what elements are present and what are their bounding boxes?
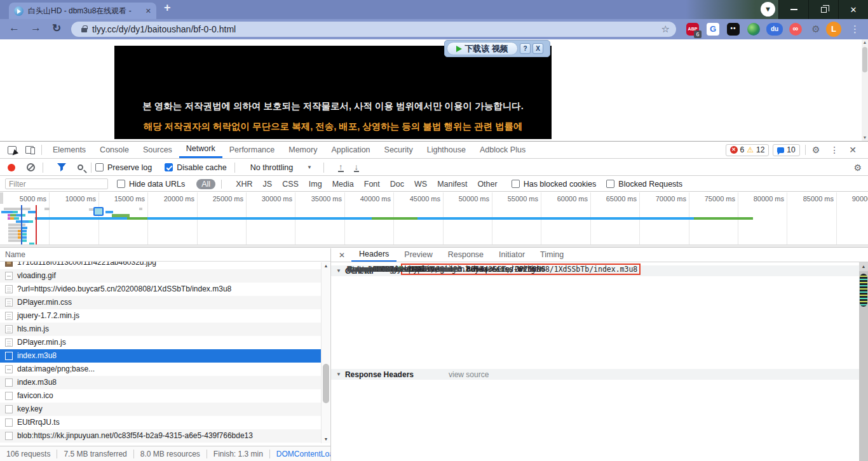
table-row[interactable]: jquery-1.7.2.min.js <box>0 309 321 323</box>
view-source-link[interactable]: view source <box>449 370 489 379</box>
details-tab[interactable]: Preview <box>397 248 440 262</box>
scroll-thumb[interactable] <box>860 274 867 307</box>
devtools-close-icon[interactable]: ✕ <box>849 145 857 155</box>
page-scrollbar[interactable]: ▲ ▼ <box>862 39 868 141</box>
video-player[interactable]: 본 영화는 저작권법에 의하여 보호되는 저작물로서, 사적 이용 범위에서만 … <box>114 46 552 139</box>
table-row[interactable]: ?url=https://video.buycar5.cn/20200808/1… <box>0 283 321 296</box>
bookmark-star-icon[interactable]: ☆ <box>661 23 670 35</box>
details-tab[interactable]: Initiator <box>491 248 532 262</box>
resource-type-filter[interactable]: WS <box>414 180 427 189</box>
table-row[interactable]: vloading.gif <box>0 269 321 283</box>
details-close-icon[interactable]: ✕ <box>339 251 345 260</box>
table-row[interactable]: EUtRrqJU.ts <box>0 416 321 429</box>
disable-cache-checkbox[interactable] <box>165 163 173 171</box>
table-row[interactable]: index.m3u8 <box>0 349 321 363</box>
filter-input[interactable] <box>5 178 108 189</box>
back-button[interactable]: ← <box>9 22 20 34</box>
resource-type-filter[interactable]: Manifest <box>437 180 467 189</box>
extensions-puzzle-icon[interactable]: ⚙ <box>810 23 822 36</box>
details-scrollbar[interactable]: ▲ <box>859 262 868 461</box>
browser-menu-icon[interactable]: ⋮ <box>850 23 858 36</box>
column-header-name[interactable]: Name <box>0 248 330 262</box>
clear-button[interactable] <box>27 163 35 171</box>
requests-scrollbar[interactable]: ▲ ▼ <box>321 262 330 443</box>
table-row[interactable]: DPlayer.min.css <box>0 296 321 309</box>
forward-button[interactable]: → <box>31 22 41 34</box>
network-overview[interactable]: 5000 ms10000 ms15000 ms20000 ms25000 ms3… <box>0 192 868 248</box>
filter-funnel-icon[interactable] <box>57 163 66 171</box>
devtools-tab[interactable]: Performance <box>222 142 282 158</box>
devtools-tab[interactable]: Sources <box>136 142 179 158</box>
throttling-select[interactable]: No throttling <box>250 163 293 172</box>
minimize-button[interactable] <box>778 0 808 19</box>
resource-type-filter[interactable]: Media <box>332 180 354 189</box>
table-row[interactable]: DPlayer.min.js <box>0 336 321 349</box>
tab-close-icon[interactable]: ✕ <box>146 7 151 15</box>
inspect-element-icon[interactable] <box>8 146 17 154</box>
media-control-icon[interactable]: ▾ <box>761 2 775 17</box>
devtools-settings-icon[interactable]: ⚙ <box>812 145 820 155</box>
devtools-tab[interactable]: Memory <box>281 142 324 158</box>
blocked-requests-checkbox[interactable] <box>606 180 614 188</box>
browser-tab[interactable]: 白头山HD - dbm3u8在线观看 - ✕ <box>9 3 156 19</box>
resource-type-filter[interactable]: CSS <box>282 180 299 189</box>
scroll-down-icon[interactable]: ▼ <box>862 135 868 141</box>
details-tab[interactable]: Response <box>440 248 491 262</box>
download-close-button[interactable]: X <box>532 43 543 54</box>
table-row[interactable]: blob:https://kk.jinpuyuan.net/0c83f5f4-b… <box>0 429 321 443</box>
resource-type-filter[interactable]: Doc <box>390 180 404 189</box>
address-bar[interactable]: tlyy.cc/dy/dy1/baitoushan/bf-0-0.html ☆ <box>71 22 676 37</box>
table-row[interactable]: favicon.ico <box>0 389 321 403</box>
devtools-tab[interactable]: Elements <box>46 142 93 158</box>
adblock-extension-icon[interactable]: ABP6 <box>686 23 699 36</box>
resource-type-filter[interactable]: Font <box>364 180 380 189</box>
hide-data-urls-checkbox[interactable] <box>117 180 125 188</box>
blackbox-extension-icon[interactable]: •• <box>727 23 740 36</box>
window-close-button[interactable]: ✕ <box>838 0 868 19</box>
scroll-up-icon[interactable]: ▲ <box>322 262 330 270</box>
devtools-tab[interactable]: Network <box>179 142 222 158</box>
resource-type-filter[interactable]: JS <box>263 180 273 189</box>
translate-extension-icon[interactable]: G <box>707 23 719 36</box>
resource-type-filter[interactable]: XHR <box>236 180 252 189</box>
profile-avatar[interactable]: L <box>826 22 841 37</box>
import-har-icon[interactable]: ↑ <box>338 163 344 172</box>
scroll-thumb[interactable] <box>862 47 867 72</box>
scroll-down-icon[interactable]: ▼ <box>322 436 330 443</box>
record-button[interactable] <box>8 164 15 171</box>
device-toolbar-icon[interactable] <box>25 146 34 154</box>
idm-extension-icon[interactable] <box>747 23 760 36</box>
scroll-up-icon[interactable]: ▲ <box>862 39 868 46</box>
export-har-icon[interactable]: ↓ <box>354 163 360 172</box>
details-tab[interactable]: Timing <box>532 248 571 262</box>
scroll-up-icon[interactable]: ▲ <box>859 262 868 271</box>
scroll-thumb[interactable] <box>323 364 329 403</box>
response-headers-section-header[interactable]: ▼ Response Headers view source <box>331 369 859 380</box>
preserve-log-checkbox[interactable] <box>95 163 104 171</box>
devtools-tab[interactable]: Adblock Plus <box>473 142 532 158</box>
console-errors-badge[interactable]: ✕ 6 ⚠ 12 <box>726 144 770 156</box>
url-text[interactable]: tlyy.cc/dy/dy1/baitoushan/bf-0-0.html <box>92 24 236 34</box>
download-video-button[interactable]: 下载该 视频 <box>447 42 518 55</box>
table-row[interactable]: index.m3u8 <box>0 376 321 389</box>
devtools-tab[interactable]: Console <box>93 142 136 158</box>
new-tab-button[interactable]: + <box>164 1 171 15</box>
table-row[interactable]: key.key <box>0 403 321 416</box>
devtools-tab[interactable]: Lighthouse <box>420 142 473 158</box>
baidu-extension-icon[interactable]: du <box>766 23 783 36</box>
restore-button[interactable] <box>808 0 838 19</box>
resource-type-filter[interactable]: Img <box>309 180 322 189</box>
download-help-button[interactable]: ? <box>520 43 531 54</box>
devtools-tab[interactable]: Security <box>377 142 420 158</box>
network-search-icon[interactable] <box>78 164 83 170</box>
devtools-menu-icon[interactable]: ⋮ <box>830 145 839 155</box>
devtools-tab[interactable]: Application <box>324 142 377 158</box>
refresh-button[interactable]: ↻ <box>52 22 61 35</box>
video-downloader-extension-icon[interactable]: ∞ <box>789 23 802 36</box>
issues-badge[interactable]: 10 <box>773 144 799 156</box>
table-row[interactable]: hls.min.js <box>0 323 321 336</box>
details-tab[interactable]: Headers <box>351 248 397 262</box>
resource-type-filter[interactable]: All <box>196 179 215 189</box>
resource-type-filter[interactable]: Other <box>477 180 497 189</box>
has-blocked-cookies-checkbox[interactable] <box>512 180 520 188</box>
